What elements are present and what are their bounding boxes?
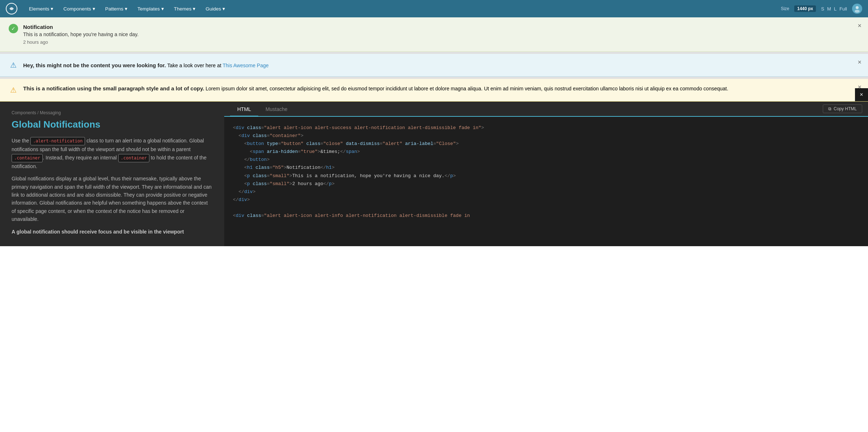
chevron-down-icon: ▾	[161, 6, 164, 12]
nav-item-templates[interactable]: Templates ▾	[132, 0, 169, 17]
notification-success: ✓ Notification This is a notification, h…	[0, 17, 868, 52]
code-badge-2: .container	[12, 154, 43, 162]
description-footer: A global notification should receive foc…	[12, 228, 213, 236]
nav-item-guides[interactable]: Guides ▾	[200, 0, 230, 17]
avatar[interactable]	[852, 4, 862, 14]
right-panel: HTML Mustache ⧉ Copy HTML <div class="al…	[224, 102, 868, 246]
notification-info-title: Hey, this might not be the content you w…	[23, 62, 166, 68]
description-2: Global notifications display at a global…	[12, 175, 213, 223]
code-tab-actions: ⧉ Copy HTML	[817, 102, 868, 116]
logo[interactable]	[6, 3, 17, 14]
notification-content: Notification This is a notification, hop…	[23, 24, 859, 45]
notification-info-close-button[interactable]: ×	[858, 59, 861, 65]
nav-item-elements[interactable]: Elements ▾	[24, 0, 58, 17]
copy-icon: ⧉	[828, 106, 831, 111]
size-l-button[interactable]: L	[834, 6, 837, 12]
size-label: Size	[781, 6, 789, 11]
code-line: <span aria-hidden="true">&times;</span>	[233, 148, 859, 156]
code-tabs: HTML Mustache ⧉ Copy HTML	[224, 102, 868, 117]
chevron-down-icon: ▾	[93, 6, 95, 12]
chevron-down-icon: ▾	[193, 6, 195, 12]
notification-warning-content: This is a notification using the small p…	[23, 85, 859, 91]
code-line: </div>	[233, 188, 859, 196]
nav-item-themes[interactable]: Themes ▾	[169, 0, 201, 17]
size-buttons: S M L Full	[821, 6, 847, 12]
notification-info-content: Hey, this might not be the content you w…	[23, 62, 859, 68]
code-line: <p class="small">2 hours ago</p>	[233, 180, 859, 188]
size-full-button[interactable]: Full	[839, 6, 847, 12]
size-value: 1440 px	[794, 5, 816, 12]
svg-point-1	[856, 6, 859, 9]
top-navigation: Elements ▾ Components ▾ Patterns ▾ Templ…	[0, 0, 868, 17]
notification-warning-body: Lorem ipsum dolor sit amet, consectetur …	[206, 86, 728, 91]
code-line	[233, 204, 859, 212]
size-s-button[interactable]: S	[821, 6, 824, 12]
notification-time: 2 hours ago	[23, 39, 859, 45]
nav-right: Size 1440 px S M L Full	[781, 4, 862, 14]
nav-item-components[interactable]: Components ▾	[58, 0, 100, 17]
tab-mustache[interactable]: Mustache	[258, 103, 295, 117]
code-line: <div class="alert alert-icon alert-info …	[233, 212, 859, 220]
bottom-section: Components / Messaging Global Notificati…	[0, 102, 868, 246]
code-line: <h1 class="h5">Notification</h1>	[233, 164, 859, 172]
size-m-button[interactable]: M	[827, 6, 831, 12]
code-line: <button type="button" class="close" data…	[233, 140, 859, 148]
code-badge-1: .alert-notification	[30, 137, 85, 145]
code-line: </div>	[233, 196, 859, 204]
code-line: </button>	[233, 156, 859, 164]
code-line: <div class="container">	[233, 132, 859, 140]
notification-info-link[interactable]: This Awesome Page	[222, 63, 268, 68]
warning-icon: ⚠	[9, 85, 18, 95]
svg-point-2	[855, 10, 860, 13]
notification-warning: ⚠ This is a notification using the small…	[0, 79, 868, 102]
code-badge-3: .container	[118, 154, 149, 162]
description-1: Use the .alert-notification class to tur…	[12, 137, 213, 170]
page-title: Global Notifications	[12, 119, 213, 130]
notification-info: ⚠ Hey, this might not be the content you…	[0, 54, 868, 77]
black-close-button[interactable]: ×	[855, 88, 868, 101]
chevron-down-icon: ▾	[51, 6, 53, 12]
code-line: <p class="small">This is a notification,…	[233, 172, 859, 180]
left-panel: Components / Messaging Global Notificati…	[0, 102, 224, 246]
nav-items: Elements ▾ Components ▾ Patterns ▾ Templ…	[24, 0, 781, 17]
tab-html[interactable]: HTML	[230, 103, 258, 117]
info-icon: ⚠	[9, 60, 18, 70]
notification-info-body: Take a look over here at	[167, 63, 222, 68]
nav-item-patterns[interactable]: Patterns ▾	[100, 0, 132, 17]
code-area: <div class="alert alert-icon alert-succe…	[224, 117, 868, 246]
breadcrumb: Components / Messaging	[12, 110, 213, 115]
notification-warning-title: This is a notification using the small p…	[23, 85, 204, 91]
code-line: <div class="alert alert-icon alert-succe…	[233, 124, 859, 132]
notification-close-button[interactable]: ×	[858, 22, 861, 29]
chevron-down-icon: ▾	[125, 6, 127, 12]
copy-html-button[interactable]: ⧉ Copy HTML	[823, 104, 862, 113]
notification-body: This is a notification, hope you're havi…	[23, 31, 859, 37]
success-icon: ✓	[9, 24, 18, 33]
notification-title: Notification	[23, 24, 859, 30]
chevron-down-icon: ▾	[222, 6, 225, 12]
